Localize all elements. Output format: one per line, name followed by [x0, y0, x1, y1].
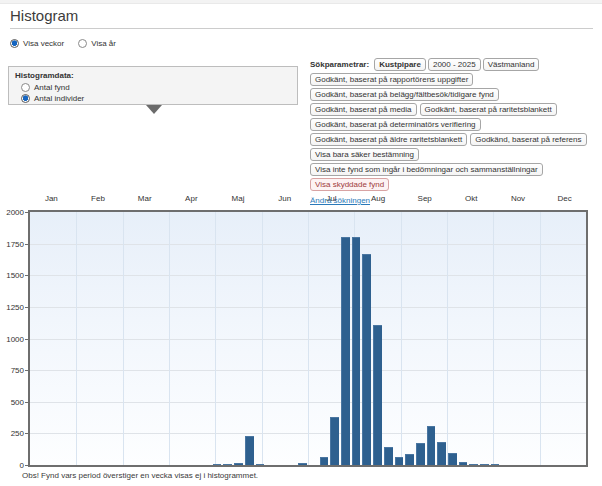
title-divider [10, 28, 593, 29]
histogram-bar [213, 464, 222, 465]
box-pointer-triangle-icon [146, 105, 162, 114]
month-label: Mar [138, 194, 152, 203]
v-gridline [447, 212, 448, 465]
primary-tags: Kustpipare2000 - 2025Västmanland [374, 58, 541, 71]
v-gridline [493, 212, 494, 465]
radio-visa-ar[interactable]: Visa år [78, 39, 116, 48]
month-label: Sep [418, 194, 432, 203]
month-label: Nov [511, 194, 525, 203]
histogram-data-title: Histogramdata: [15, 71, 291, 80]
filter-tag[interactable]: Godkänd, baserat på referens [470, 133, 586, 146]
v-gridline [540, 212, 541, 465]
antal-fynd-label: Antal fynd [34, 83, 70, 92]
month-label: Aug [371, 194, 385, 203]
chart-footnote: Obs! Fynd vars period överstiger en veck… [22, 471, 258, 480]
filter-tag[interactable]: Visa bara säker bestämning [310, 148, 419, 161]
month-label: Feb [91, 194, 105, 203]
search-parameters-label: Sökparametrar: [310, 60, 369, 69]
month-label: Jun [278, 194, 291, 203]
histogram-plot [28, 210, 588, 467]
histogram-bar [245, 436, 254, 465]
filter-tag[interactable]: Godkänt, baserat på äldre raritetsblanke… [310, 133, 467, 146]
search-tag[interactable]: Västmanland [483, 58, 540, 71]
v-gridline [262, 212, 263, 465]
radio-visa-veckor[interactable]: Visa veckor [10, 39, 64, 48]
filter-tag[interactable]: Godkänt, baserat på determinatörs verifi… [310, 118, 481, 131]
v-gridline [76, 212, 77, 465]
filter-tag[interactable]: Godkänt, baserat på raritetsblankett [420, 103, 557, 116]
histogram-bar [448, 453, 457, 465]
filter-tag[interactable]: Visa inte fynd som ingår i bedömningar o… [310, 163, 543, 176]
y-tick-label: 1250 [6, 302, 24, 311]
filter-tag[interactable]: Godkänt, baserat på rapportörens uppgift… [310, 73, 473, 86]
search-primary-row: Sökparametrar: Kustpipare2000 - 2025Väst… [310, 58, 598, 71]
visa-skyddade-fynd-tag[interactable]: Visa skyddade fynd [310, 178, 389, 191]
v-gridline [401, 212, 402, 465]
month-label: Jul [326, 194, 336, 203]
y-tick-label: 250 [11, 429, 24, 438]
v-gridline [169, 212, 170, 465]
histogram-bar [491, 464, 500, 465]
month-axis-labels: JanFebMarAprMajJunJulAugSepOktNovDec [28, 194, 588, 204]
histogram-bar [405, 454, 414, 465]
v-gridline [123, 212, 124, 465]
y-axis-labels: 025050075010001250150017502000 [0, 210, 26, 467]
month-label: Apr [185, 194, 197, 203]
histogram-bar [256, 464, 265, 465]
histogram-bar [469, 464, 478, 465]
histogram-bar [330, 417, 339, 465]
month-label: Okt [465, 194, 477, 203]
histogram-bar [341, 237, 350, 465]
month-label: Maj [232, 194, 245, 203]
top-edge-strip [0, 0, 602, 4]
y-tick-label: 0 [20, 461, 24, 470]
v-gridline [215, 212, 216, 465]
filter-tag[interactable]: Godkänt, baserat på media [310, 103, 417, 116]
histogram-bar [459, 462, 468, 465]
histogram-bar [223, 464, 232, 465]
view-toggle-group: Visa veckor Visa år [10, 39, 116, 48]
histogram-bar [352, 237, 361, 465]
visa-ar-label: Visa år [91, 39, 116, 48]
visa-veckor-label: Visa veckor [23, 39, 64, 48]
filter-tag[interactable]: Godkänt, baserat på belägg/fältbesök/tid… [310, 88, 499, 101]
histogram-bar [373, 325, 382, 465]
y-tick-label: 500 [11, 397, 24, 406]
histogram-bar [427, 426, 436, 465]
histogram-bar [437, 442, 446, 465]
month-label: Jan [45, 194, 58, 203]
page-title: Histogram [10, 7, 78, 24]
radio-antal-fynd[interactable]: Antal fynd [21, 83, 291, 92]
histogram-bar [384, 447, 393, 465]
y-tick-label: 750 [11, 366, 24, 375]
filter-tag-rows: Godkänt, baserat på rapportörens uppgift… [310, 73, 598, 176]
y-tick-label: 1000 [6, 334, 24, 343]
histogram-bar [480, 464, 489, 465]
y-tick-label: 2000 [6, 208, 24, 217]
antal-individer-label: Antal individer [34, 94, 84, 103]
v-gridline [308, 212, 309, 465]
histogram-data-box: Histogramdata: Antal fynd Antal individe… [8, 66, 298, 105]
y-tick-label: 1500 [6, 271, 24, 280]
search-tag[interactable]: 2000 - 2025 [428, 58, 481, 71]
visa-veckor-radio[interactable] [10, 39, 19, 48]
antal-fynd-radio[interactable] [21, 83, 30, 92]
month-label: Dec [558, 194, 572, 203]
antal-individer-radio[interactable] [21, 94, 30, 103]
y-tick-label: 1750 [6, 239, 24, 248]
histogram-bar [395, 457, 404, 465]
search-tag[interactable]: Kustpipare [374, 58, 426, 71]
search-parameters-panel: Sökparametrar: Kustpipare2000 - 2025Väst… [310, 58, 598, 230]
histogram-bar [298, 463, 307, 465]
histogram-bar [320, 457, 329, 465]
visa-ar-radio[interactable] [78, 39, 87, 48]
histogram-bar [416, 443, 425, 465]
histogram-bar [362, 254, 371, 465]
radio-antal-individer[interactable]: Antal individer [21, 94, 291, 103]
histogram-bar [234, 463, 243, 465]
